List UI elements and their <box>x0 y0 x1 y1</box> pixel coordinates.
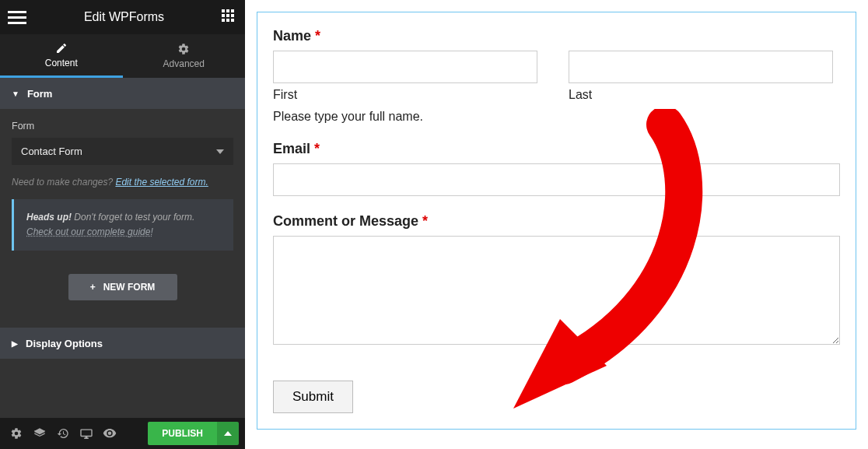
last-name-input[interactable] <box>569 51 833 83</box>
heads-up-alert: Heads up! Don't forget to test your form… <box>12 199 233 251</box>
email-label: Email * <box>273 141 840 157</box>
elementor-sidebar: Edit WPForms Content Advanced ▼ Form For… <box>0 0 245 449</box>
email-field-group: Email * <box>273 141 840 196</box>
name-field-group: Name * First Last Please type your full … <box>273 28 840 124</box>
preview-main: Name * First Last Please type your full … <box>245 0 868 449</box>
first-name-input[interactable] <box>273 51 537 83</box>
email-input[interactable] <box>273 163 840 196</box>
new-form-button[interactable]: + NEW FORM <box>68 274 177 300</box>
caret-up-icon <box>224 431 232 436</box>
last-sublabel: Last <box>569 88 833 102</box>
tab-advanced-label: Advanced <box>163 58 205 69</box>
panel-form-title: Form <box>27 88 53 100</box>
name-label: Name * <box>273 28 840 44</box>
alert-guide-link[interactable]: Check out our complete guide! <box>26 226 153 237</box>
edit-form-hint: Need to make changes? Edit the selected … <box>12 177 233 188</box>
menu-icon[interactable] <box>8 8 26 26</box>
widgets-grid-icon[interactable] <box>222 9 237 25</box>
name-description: Please type your full name. <box>273 110 840 124</box>
caret-right-icon: ▶ <box>12 339 18 348</box>
tab-content-label: Content <box>45 58 78 68</box>
new-form-label: NEW FORM <box>103 282 156 293</box>
navigator-icon[interactable] <box>30 423 50 444</box>
publish-dropdown-button[interactable] <box>217 422 239 445</box>
pencil-icon <box>55 42 68 54</box>
sidebar-tabs: Content Advanced <box>0 34 245 78</box>
first-sublabel: First <box>273 88 537 102</box>
hint-text: Need to make changes? <box>12 177 115 188</box>
gear-icon <box>177 43 190 55</box>
panel-form-header[interactable]: ▼ Form <box>0 78 245 109</box>
sidebar-header: Edit WPForms <box>0 0 245 34</box>
sidebar-footer: PUBLISH <box>0 418 245 449</box>
tab-content[interactable]: Content <box>0 34 123 78</box>
submit-button[interactable]: Submit <box>273 381 353 413</box>
publish-button[interactable]: PUBLISH <box>148 422 217 445</box>
caret-down-icon: ▼ <box>12 89 19 98</box>
settings-icon[interactable] <box>6 423 26 444</box>
edit-form-link[interactable]: Edit the selected form. <box>115 177 208 188</box>
alert-text: Don't forget to test your form. <box>72 212 194 223</box>
panel-display-title: Display Options <box>26 338 103 349</box>
publish-wrap: PUBLISH <box>148 422 239 445</box>
form-select-wrap: Contact Form <box>12 138 233 165</box>
plus-icon: + <box>90 282 96 293</box>
alert-bold: Heads up! <box>26 212 72 223</box>
responsive-icon[interactable] <box>76 423 96 444</box>
panel-display-header[interactable]: ▶ Display Options <box>0 328 245 359</box>
form-preview[interactable]: Name * First Last Please type your full … <box>257 12 856 430</box>
form-select[interactable]: Contact Form <box>12 138 233 165</box>
sidebar-title: Edit WPForms <box>26 10 222 24</box>
comment-field-group: Comment or Message * <box>273 213 840 348</box>
history-icon[interactable] <box>53 423 73 444</box>
tab-advanced[interactable]: Advanced <box>123 34 246 78</box>
comment-label: Comment or Message * <box>273 213 840 230</box>
comment-textarea[interactable] <box>273 236 840 345</box>
panel-form-body: Form Contact Form Need to make changes? … <box>0 109 245 328</box>
preview-icon[interactable] <box>100 423 120 444</box>
form-select-label: Form <box>12 121 233 132</box>
